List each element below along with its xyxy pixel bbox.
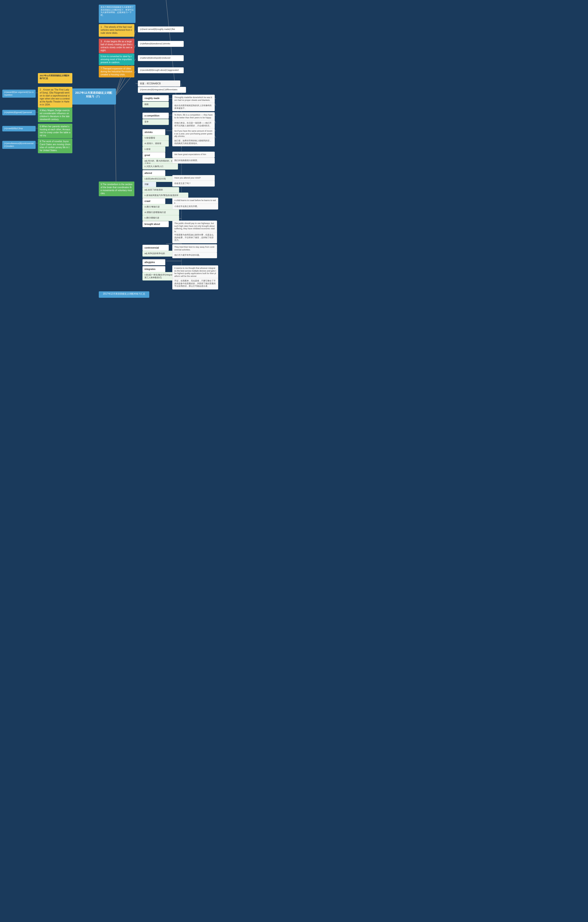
pos-crawl-n: n.爬行/缓慢行进 [142,215,179,221]
word-allegiples: allegiples [142,259,165,265]
def-great-cn: 我们对他抱着很大的期望。 [172,158,215,163]
title-box: 2017年12月英语四级近义词配对练习汇总 [38,73,72,83]
left-option-simultaneous: (A)simultaneous(B)controversial(C)modern [2,141,36,149]
word-shrinks: shrinks [142,129,165,135]
right-options-box: (A)executes(B)integrates(C)differentiate… [138,87,186,93]
word-integrates: integrates [142,266,165,272]
word-brought-about: brought about [142,221,169,227]
svg-line-17 [115,96,116,181]
pos-roughly-cn: 粗糙 [142,101,169,108]
question-7-options: (A)avoided(B)brought about(C)aggravated [138,67,184,73]
question-3-box: 3．A star begins life as a large ball of … [99,39,134,53]
word-roughly-made: roughly made [142,95,169,101]
def-competition-en: To them, life is a competition — they ha… [172,112,215,121]
question-1-text: 1．The wheels of the fast road vehicles w… [101,26,132,34]
def-integrates-cn: 不过，在我看来，无论是谁，只要它整合了不多的设备中的质量好的，并获得了最好质量的… [172,278,218,289]
question-5-box: 5.Iron is converted to steel by removing… [99,54,134,65]
pos-altered-adj: adj.改变了的/改变的 [142,187,179,193]
def-altered-cn: 你改变主意了吗？ [172,181,215,186]
def-controversial-cn: 他们尽力避开有争议的问题。 [172,252,217,258]
detail-label: 详解 [142,181,156,188]
left-q4-text: 4.Mary Mapes Dodge exercised considerabl… [40,109,70,121]
bottom-label: 2017年12月英语四级近义词配对练习汇总 [99,291,149,298]
answer-box: 答案：8CCBAABCB [138,80,180,87]
word-great: great [142,152,165,158]
left-q8-text: 8.The work of novelist Joyce Carol Oates… [40,140,70,152]
word-altered: altered [142,170,165,176]
def-controversial-en: They tried their best to stay away from … [172,244,217,253]
def-roughly-made-en: Throughly made/be done/which he was born… [172,95,215,103]
connections-svg [0,0,588,922]
intro-box: 新东方网英语四级频道为大家整理了英语四级近义词配对练习，希望可以为大家带来帮助，… [99,5,136,23]
def-great-en: We have great expectations of him [172,152,215,158]
left-question-6: 6.When her parents started shouting at e… [38,124,72,138]
left-option-stylistic: (A)stylistic(B)great(C)personal [2,110,36,115]
question-3-options: (A)deflates(B)weakens(C)shrinks [138,41,184,47]
center-box: 2017年12月英语四级近义词配对练习（7） [71,88,116,105]
question-1-box: 1．The wheels of the fast road vehicles w… [99,24,134,37]
left-question-8: 8.The work of novelist Joyce Carol Oates… [38,139,72,153]
mind-map-container: 新东方网英语四级频道为大家整理了英语四级近义词配对练习，希望可以为大家带来帮助，… [0,0,588,922]
left-question-2: 2．Known as 'The First Lady of Song', Ell… [38,87,72,108]
pos-crawl-vt: vt.缓慢行进/缓慢地行进 [142,209,179,216]
def-brought-cn: 中国需要为使用高速公路而付费，但是这么高的收费，不仅带来了痛苦，还抑制了经济活力… [172,232,217,243]
left-question-4: 4.Mary Mapes Dodge exercised considerabl… [38,108,72,122]
question-7-text: 7.Therapid expansion of cities during th… [101,67,132,76]
question-3-text: 3．A star begins life as a large ball of … [101,40,132,52]
def-altered-en: Have you altered your mind? [172,175,215,181]
pos-shrinks-v2: vt.使缩小、使收缩 [142,141,169,147]
question-7-box: 7.Therapid expansion of cities during th… [99,66,134,77]
question-9-box: 9.The cerebellum is the section of the b… [99,181,134,196]
pos-shrinks-v1: V.收缩/萎缩 [142,135,169,141]
pos-great-n: n.大院大人物/伟人们 [142,163,178,170]
left-q2-text: 2．Known as 'The First Lady of Song', Ell… [40,88,70,106]
left-option-award: (A)award(B)an argument(C)a competition [2,90,36,98]
pos-shrinks-n: n.收缩 [142,146,165,152]
word-controversial: controversial [142,245,169,251]
left-option-crawl: (A)crawl(B)fly(C)hop [2,126,36,131]
def-roughly-made-cn: 他出生的那所粗糙蓝制的床上没有像样的床单被孩子。 [172,103,215,111]
def-integrates-en: It seems to me thought that whoever inte… [172,265,218,280]
question-5-options: (A)alters(B)developed(C)reduced [138,55,184,61]
question-9-text: 9.The cerebellum is the section of the b… [101,183,132,195]
question-1-options: (A)hand carved(B)roughly made(C)flat [138,26,184,33]
def-shrinks-cn: 如口道，如果你等将的收入都相同的话，你的购买力则在逐渐缩水。 [172,138,215,146]
question-5-text: 5.Iron is converted to steel by removing… [101,55,132,64]
def-competition-cn: 对他们来说，生活是一场竞赛——他们不得不比同龄人做得更好，才会感到快乐。 [172,120,215,129]
pos-competition-cn: 竞争 [142,119,169,125]
word-a-competition: a competition [142,113,169,119]
left-q6-text: 6.When her parents started shouting at e… [40,125,70,137]
word-crawl: crawl [142,198,165,204]
def-crawl-cn: 小孩在学走路之前先学爬。 [172,204,218,209]
